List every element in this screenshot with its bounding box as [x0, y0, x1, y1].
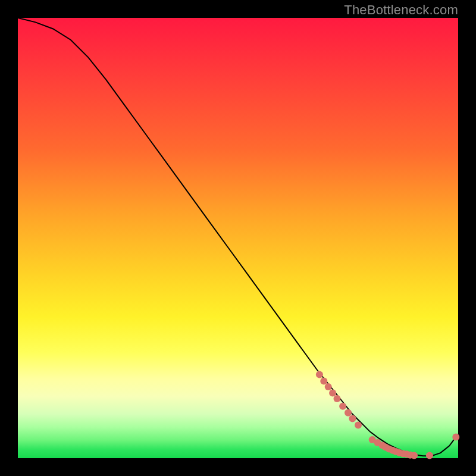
marker-dot — [320, 378, 327, 385]
marker-dot — [345, 409, 352, 416]
chart-frame: TheBottleneck.com — [0, 0, 476, 476]
watermark-label: TheBottleneck.com — [344, 2, 458, 18]
bottleneck-curve — [18, 18, 458, 456]
marker-dot — [329, 389, 336, 396]
chart-overlay — [18, 18, 458, 458]
marker-dot — [452, 433, 459, 440]
marker-dot — [411, 452, 418, 459]
marker-dot — [339, 403, 346, 410]
marker-dot — [355, 422, 362, 429]
marker-dot — [426, 452, 433, 459]
marker-dot — [349, 415, 356, 422]
marker-dot — [316, 371, 323, 378]
marker-dot — [325, 383, 332, 390]
marker-dot — [334, 395, 341, 402]
marker-group — [316, 371, 459, 459]
